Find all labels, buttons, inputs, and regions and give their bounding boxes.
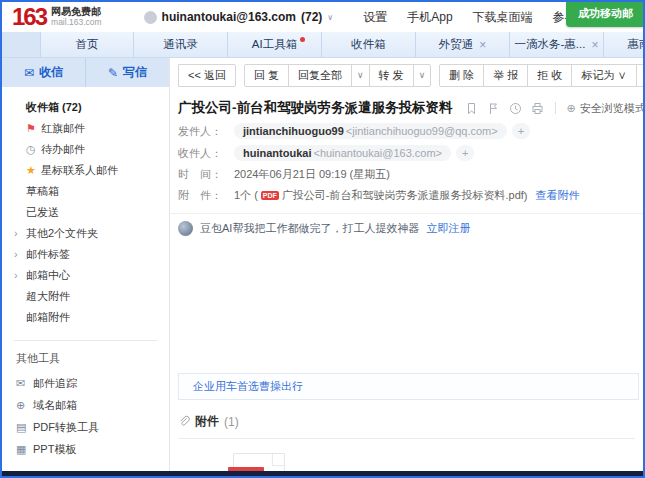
- tab-foreign-trade[interactable]: 外贸通 ×: [416, 32, 510, 57]
- ai-promo-banner: 豆包AI帮我把工作都做完了，打工人提效神器 立即注册: [170, 214, 643, 243]
- chevron-down-icon: ∨: [327, 13, 333, 22]
- sidebar-item-other-folders[interactable]: ›其他2个文件夹: [2, 223, 169, 244]
- schedule-clock-icon[interactable]: [509, 102, 522, 115]
- tab-ai-toolbox[interactable]: AI工具箱: [228, 32, 322, 57]
- move-to-dropdown[interactable]: 移动到 ∨: [636, 64, 643, 87]
- back-button[interactable]: << 返回: [178, 64, 236, 87]
- view-attachment-link[interactable]: 查看附件: [536, 188, 580, 203]
- folder-list: 收件箱 (72) ⚑红旗邮件 ◷待办邮件 ★星标联系人邮件 草稿箱 已发送 ›其…: [2, 87, 169, 332]
- sidebar: ✉ 收信 ✎ 写信 收件箱 (72) ⚑红旗邮件 ◷待办邮件 ★星标联系人邮件: [2, 58, 170, 476]
- sidebar-item-flagged[interactable]: ⚑红旗邮件: [2, 118, 169, 139]
- envelope-icon: ✉: [16, 372, 33, 394]
- mail-content-pane: << 返回 回 复 回复全部 ∨ 转 发 ∨ 删 除 举 报 拒 收 标记为 ∨…: [170, 58, 643, 476]
- sidebar-item-mailbox-attachments[interactable]: 邮箱附件: [2, 307, 169, 328]
- mail-163-logo[interactable]: 163 网易免费邮 mail.163.com: [12, 4, 102, 30]
- attachment-filename[interactable]: 广投公司-前台和驾驶岗劳务派遣服务投标资料.pdf: [282, 188, 524, 203]
- account-menu[interactable]: huinantoukai@163.com (72) ∨: [144, 10, 334, 24]
- tab-contacts[interactable]: 通讯录: [134, 32, 228, 57]
- time-row: 时 间： 2024年06月21日 09:19 (星期五): [170, 167, 643, 182]
- presentation-icon: ▦: [16, 438, 33, 460]
- sidebar-item-mail-tracking[interactable]: ✉邮件追踪: [2, 372, 169, 394]
- menu-item-settings[interactable]: 设置: [363, 9, 387, 26]
- sidebar-divider: [14, 340, 157, 341]
- close-icon[interactable]: ×: [591, 39, 598, 51]
- menu-item-desktop-client[interactable]: 下载桌面端: [473, 9, 533, 26]
- compose-row: ✉ 收信 ✎ 写信: [2, 58, 169, 87]
- mail-app-window: 163 网易免费邮 mail.163.com huinantoukai@163.…: [0, 0, 645, 478]
- attachment-label: 附 件：: [178, 188, 234, 203]
- sidebar-item-sent[interactable]: 已发送: [2, 202, 169, 223]
- flag-icon[interactable]: [487, 102, 500, 115]
- report-button[interactable]: 举 报: [483, 64, 528, 87]
- from-contact-pill[interactable]: jintianchihuoguo99 <jintianchihuoguo99@q…: [234, 123, 507, 139]
- document-icon: ▤: [16, 416, 33, 438]
- sidebar-item-ppt-templates[interactable]: ▦PPT模板: [2, 438, 169, 460]
- forward-dropdown[interactable]: ∨: [413, 64, 432, 87]
- sidebar-item-drafts[interactable]: 草稿箱: [2, 181, 169, 202]
- to-contact-pill[interactable]: huinantoukai <huinantoukai@163.com>: [234, 145, 451, 161]
- icon-divider: [555, 102, 556, 114]
- ad-box: 企业用车首选曹操出行: [178, 373, 639, 400]
- caocao-ad-link[interactable]: 企业用车首选曹操出行: [193, 380, 303, 392]
- sidebar-item-domain-mailbox[interactable]: ⊕域名邮箱: [2, 394, 169, 416]
- time-label: 时 间：: [178, 167, 234, 182]
- success-toast: 成功移动邮: [566, 2, 643, 27]
- receive-mail-button[interactable]: ✉ 收信: [2, 58, 85, 87]
- mail-toolbar: << 返回 回 复 回复全部 ∨ 转 发 ∨ 删 除 举 报 拒 收 标记为 ∨…: [170, 58, 643, 92]
- window-bottom-edge: [2, 471, 643, 476]
- mark-as-dropdown[interactable]: 标记为 ∨: [571, 64, 636, 87]
- safe-browse-mode-dropdown[interactable]: ⊕ 安全浏览模式 ∨: [567, 101, 644, 116]
- tab-huinan-zhigu[interactable]: 惠南智谷: [604, 32, 643, 57]
- tab-home[interactable]: 首页: [40, 32, 134, 57]
- printer-icon[interactable]: [531, 102, 544, 115]
- globe-icon: ⊕: [16, 394, 33, 416]
- attachments-section: 附件 (1) PDF 广投公司-前台和... 1.91M: [170, 409, 643, 476]
- attachments-divider: [178, 438, 635, 439]
- from-label: 发件人：: [178, 124, 234, 139]
- reject-button[interactable]: 拒 收: [527, 64, 572, 87]
- expand-arrow-icon: ›: [14, 223, 26, 244]
- sidebar-item-mail-center[interactable]: ›邮箱中心: [2, 265, 169, 286]
- forward-button[interactable]: 转 发: [369, 64, 414, 87]
- from-row: 发件人： jintianchihuoguo99 <jintianchihuogu…: [170, 123, 643, 139]
- red-flag-icon: ⚑: [26, 118, 41, 139]
- main-area: ✉ 收信 ✎ 写信 收件箱 (72) ⚑红旗邮件 ◷待办邮件 ★星标联系人邮件: [2, 58, 643, 476]
- banner-text: 豆包AI帮我把工作都做完了，打工人提效神器: [200, 221, 419, 236]
- reply-button[interactable]: 回 复: [244, 64, 289, 87]
- delete-button[interactable]: 删 除: [439, 64, 484, 87]
- compose-mail-button[interactable]: ✎ 写信: [85, 58, 169, 87]
- tab-bar: 首页 通讯录 AI工具箱 收件箱 外贸通 × 一滴水务-惠... × 惠南智谷: [2, 32, 643, 58]
- expand-arrow-icon: ›: [14, 244, 26, 265]
- account-email: huinantoukai@163.com: [162, 10, 296, 24]
- sidebar-item-starred-contacts[interactable]: ★星标联系人邮件: [2, 160, 169, 181]
- attachment-row: 附 件： 1个 ( PDF 广投公司-前台和驾驶岗劳务派遣服务投标资料.pdf …: [170, 188, 643, 203]
- sidebar-item-mail-tags[interactable]: ›邮件标签: [2, 244, 169, 265]
- attachments-header: 附件 (1): [178, 413, 635, 430]
- notification-dot-icon: [300, 37, 305, 42]
- add-contact-button[interactable]: +: [456, 145, 474, 161]
- tab-water-company[interactable]: 一滴水务-惠... ×: [510, 32, 604, 57]
- logo-163-text: 163: [12, 4, 46, 30]
- menu-item-mobile-app[interactable]: 手机App: [407, 9, 452, 26]
- sidebar-item-large-attachments[interactable]: 超大附件: [2, 286, 169, 307]
- reply-all-dropdown[interactable]: ∨: [351, 64, 370, 87]
- top-header: 163 网易免费邮 mail.163.com huinantoukai@163.…: [2, 2, 643, 32]
- attachments-title: 附件: [195, 413, 219, 430]
- register-now-link[interactable]: 立即注册: [426, 221, 470, 236]
- clock-icon: ◷: [26, 139, 41, 160]
- to-label: 收件人：: [178, 146, 234, 161]
- other-tools-header: 其他工具: [2, 351, 169, 366]
- star-icon: ★: [26, 160, 41, 181]
- expand-arrow-icon: ›: [14, 265, 26, 286]
- sidebar-item-pdf-converter[interactable]: ▤PDF转换工具: [2, 416, 169, 438]
- pdf-badge-icon: PDF: [261, 191, 279, 200]
- close-icon[interactable]: ×: [479, 39, 486, 51]
- sidebar-item-todo[interactable]: ◷待办邮件: [2, 139, 169, 160]
- unread-count: (72): [301, 10, 322, 24]
- bookmark-icon[interactable]: [465, 102, 478, 115]
- sidebar-item-inbox[interactable]: 收件箱 (72): [2, 97, 169, 118]
- reply-all-button[interactable]: 回复全部: [288, 64, 352, 87]
- add-contact-button[interactable]: +: [512, 123, 530, 139]
- subject-row: 广投公司-前台和驾驶岗劳务派遣服务投标资料 ⊕ 安全浏览模式 ∨: [170, 92, 643, 117]
- tab-inbox[interactable]: 收件箱: [322, 32, 416, 57]
